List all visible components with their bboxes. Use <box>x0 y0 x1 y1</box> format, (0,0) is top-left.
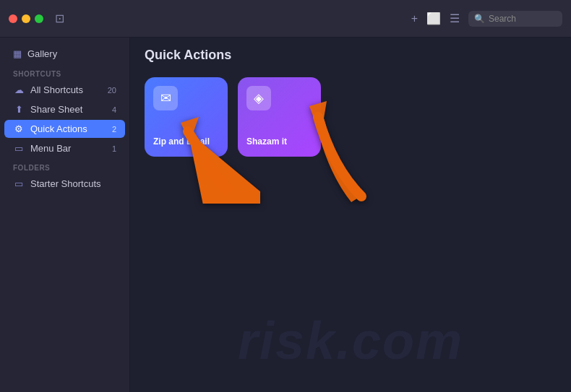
add-icon[interactable]: + <box>411 12 418 25</box>
all-shortcuts-badge: 20 <box>105 86 116 95</box>
watermark: risk.com <box>130 311 571 370</box>
sidebar-toggle-icon[interactable]: ⊡ <box>55 12 64 25</box>
zip-email-label: Zip and Email <box>153 136 210 148</box>
search-input[interactable] <box>489 14 557 24</box>
sidebar-item-all-shortcuts[interactable]: ☁ All Shortcuts 20 <box>4 81 125 99</box>
menu-bar-icon: ▭ <box>13 143 25 154</box>
shortcuts-section-label: Shortcuts <box>0 64 129 80</box>
maximize-button[interactable] <box>35 14 43 23</box>
gallery-icon: ▦ <box>13 48 22 59</box>
page-title: Quick Actions <box>145 48 231 63</box>
card-zip-and-email[interactable]: ✉ Zip and Email <box>145 77 228 157</box>
titlebar: ⊡ + ⬜ ☰ 🔍 <box>0 0 571 38</box>
main-layout: ▦ Gallery Shortcuts ☁ All Shortcuts 20 ⬆… <box>0 38 571 392</box>
close-button[interactable] <box>9 14 17 23</box>
starter-shortcuts-icon: ▭ <box>13 178 25 189</box>
cards-area: ✉ Zip and Email ◈ Shazam it <box>130 70 571 164</box>
sidebar-item-menu-bar[interactable]: ▭ Menu Bar 1 <box>4 139 125 157</box>
sidebar: ▦ Gallery Shortcuts ☁ All Shortcuts 20 ⬆… <box>0 38 130 392</box>
sidebar-item-share-sheet-label: Share Sheet <box>30 104 99 115</box>
share-sheet-badge: 4 <box>105 105 116 114</box>
list-view-icon[interactable]: ☰ <box>450 12 460 25</box>
search-bar[interactable]: 🔍 <box>468 11 562 27</box>
grid-view-icon[interactable]: ⬜ <box>426 12 441 25</box>
search-icon: 🔍 <box>474 14 485 24</box>
shazam-icon: ◈ <box>246 86 271 110</box>
content-header: Quick Actions <box>130 38 571 70</box>
share-sheet-icon: ⬆ <box>13 104 25 115</box>
quick-actions-badge: 2 <box>105 125 116 134</box>
sidebar-item-quick-actions-label: Quick Actions <box>30 123 99 134</box>
sidebar-item-all-shortcuts-label: All Shortcuts <box>30 84 99 95</box>
sidebar-item-gallery-label: Gallery <box>27 48 57 59</box>
sidebar-item-share-sheet[interactable]: ⬆ Share Sheet 4 <box>4 100 125 118</box>
zip-email-icon: ✉ <box>153 86 178 110</box>
quick-actions-icon: ⚙ <box>13 123 25 134</box>
sidebar-item-quick-actions[interactable]: ⚙ Quick Actions 2 <box>4 120 125 138</box>
shazam-label: Shazam it <box>246 136 287 148</box>
all-shortcuts-icon: ☁ <box>13 84 25 95</box>
titlebar-actions: + ⬜ ☰ 🔍 <box>411 11 562 27</box>
folders-section-label: Folders <box>0 158 129 174</box>
minimize-button[interactable] <box>22 14 30 23</box>
sidebar-item-menu-bar-label: Menu Bar <box>30 143 99 154</box>
sidebar-item-starter-shortcuts-label: Starter Shortcuts <box>30 178 116 189</box>
traffic-lights <box>9 14 43 23</box>
card-shazam-it[interactable]: ◈ Shazam it <box>238 77 321 157</box>
sidebar-item-starter-shortcuts[interactable]: ▭ Starter Shortcuts <box>4 175 125 193</box>
sidebar-item-gallery[interactable]: ▦ Gallery <box>4 44 125 64</box>
menu-bar-badge: 1 <box>105 144 116 153</box>
content-area: Quick Actions ✉ Zip and Email ◈ Shazam i… <box>130 38 571 392</box>
